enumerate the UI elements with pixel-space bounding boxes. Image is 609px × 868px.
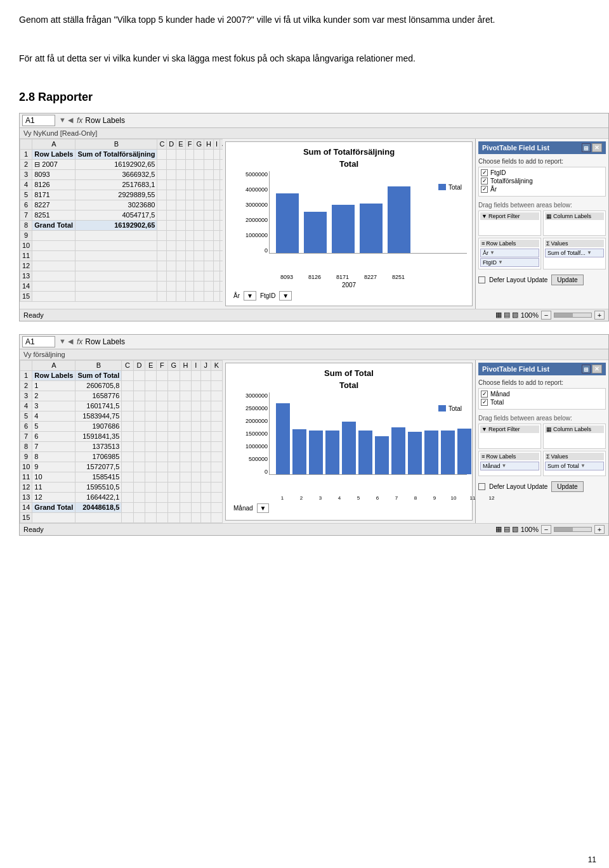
cell-empty[interactable]	[185, 200, 194, 210]
cell-empty[interactable]	[185, 250, 194, 261]
cell-a[interactable]	[32, 230, 75, 240]
cell-empty[interactable]	[204, 230, 213, 240]
cell-empty-2[interactable]	[180, 411, 192, 421]
cell-empty-2[interactable]	[211, 512, 222, 522]
cell-empty-2[interactable]	[200, 401, 211, 411]
cell-b-2[interactable]: 1706985	[75, 451, 122, 462]
cell-a-2[interactable]: 10	[32, 472, 75, 482]
cell-empty-2[interactable]	[167, 431, 180, 441]
zoom-out-btn-2[interactable]: −	[541, 525, 551, 534]
cell-empty-2[interactable]	[157, 411, 167, 421]
cell-empty-2[interactable]	[211, 462, 222, 472]
cell-empty[interactable]	[176, 210, 185, 220]
zoom-slider-1[interactable]	[554, 313, 592, 318]
pivot-icon-1[interactable]: ⊞	[582, 143, 591, 152]
cell-a-2[interactable]: 7	[32, 441, 75, 451]
cell-ref-1[interactable]: A1	[22, 115, 55, 126]
cell-empty[interactable]	[194, 220, 204, 230]
cell-empty-2[interactable]	[200, 421, 211, 431]
cell-empty[interactable]	[194, 291, 204, 301]
cell-empty-2[interactable]	[192, 512, 200, 522]
cell-empty-2[interactable]	[211, 482, 222, 492]
cell-empty[interactable]	[204, 179, 213, 190]
cell-empty[interactable]	[157, 169, 167, 179]
cell-a[interactable]	[32, 281, 75, 291]
cell-a[interactable]: Row Labels	[32, 149, 75, 159]
cell-b[interactable]: 3666932,5	[75, 169, 157, 179]
cell-empty[interactable]	[213, 261, 219, 271]
cell-empty-2[interactable]	[192, 482, 200, 492]
cell-empty-2[interactable]	[167, 391, 180, 401]
cell-empty[interactable]	[167, 149, 176, 159]
pivot-box-column-labels[interactable]: ▦ Column Labels	[543, 211, 606, 236]
cell-empty-2[interactable]	[157, 462, 167, 472]
cell-empty[interactable]	[204, 190, 213, 200]
cell-empty-2[interactable]	[192, 502, 200, 512]
cell-empty-2[interactable]	[145, 380, 157, 391]
pivot-close-btn-1[interactable]: ✕	[592, 143, 602, 152]
update-btn-1[interactable]: Update	[551, 275, 583, 285]
cell-empty[interactable]	[185, 210, 194, 220]
cell-empty-2[interactable]	[157, 380, 167, 391]
cell-b[interactable]	[75, 281, 157, 291]
cell-empty-2[interactable]	[133, 512, 145, 522]
cell-empty-2[interactable]	[211, 380, 222, 391]
cell-empty[interactable]	[204, 200, 213, 210]
cell-empty[interactable]	[194, 159, 204, 169]
cell-a-2[interactable]: 12	[32, 492, 75, 502]
cell-empty[interactable]	[157, 291, 167, 301]
cell-empty-2[interactable]	[180, 451, 192, 462]
cell-empty-2[interactable]	[211, 451, 222, 462]
cell-empty-2[interactable]	[122, 492, 134, 502]
pivot-box-report-filter[interactable]: ▼ Report Filter	[478, 211, 541, 236]
cell-a[interactable]: ⊟ 2007	[32, 159, 75, 169]
pivot-box-column-labels-2[interactable]: ▦ Column Labels	[543, 424, 606, 449]
cell-empty[interactable]	[204, 281, 213, 291]
cell-empty-2[interactable]	[167, 421, 180, 431]
cell-b-2[interactable]: 1601741,5	[75, 401, 122, 411]
cell-b[interactable]: 3023680	[75, 200, 157, 210]
cell-empty-2[interactable]	[180, 462, 192, 472]
pivot-box-values[interactable]: Σ Values Sum of Totalf... ▼	[543, 238, 606, 269]
cell-empty[interactable]	[204, 149, 213, 159]
cell-empty[interactable]	[213, 200, 219, 210]
cell-empty-2[interactable]	[167, 451, 180, 462]
cell-empty[interactable]	[167, 159, 176, 169]
cell-empty[interactable]	[176, 200, 185, 210]
cell-empty-2[interactable]	[133, 391, 145, 401]
cell-empty-2[interactable]	[133, 421, 145, 431]
cell-empty-2[interactable]	[211, 502, 222, 512]
cell-empty-2[interactable]	[180, 512, 192, 522]
cell-empty[interactable]	[176, 190, 185, 200]
cell-empty[interactable]	[185, 159, 194, 169]
cell-empty[interactable]	[167, 190, 176, 200]
cell-a-2[interactable]	[32, 512, 75, 522]
cell-empty[interactable]	[213, 179, 219, 190]
cell-b[interactable]	[75, 250, 157, 261]
cell-empty-2[interactable]	[211, 391, 222, 401]
cell-empty-2[interactable]	[133, 451, 145, 462]
cell-empty[interactable]	[167, 230, 176, 240]
cell-empty-2[interactable]	[122, 391, 134, 401]
cell-empty-2[interactable]	[145, 370, 157, 380]
cell-empty[interactable]	[167, 220, 176, 230]
cell-empty[interactable]	[185, 169, 194, 179]
cell-empty-2[interactable]	[157, 451, 167, 462]
cell-empty[interactable]	[213, 210, 219, 220]
cell-empty[interactable]	[185, 179, 194, 190]
cell-empty-2[interactable]	[133, 462, 145, 472]
cell-a-2[interactable]: Row Labels	[32, 370, 75, 380]
cell-empty-2[interactable]	[167, 482, 180, 492]
cell-empty-2[interactable]	[167, 462, 180, 472]
cell-empty-2[interactable]	[180, 391, 192, 401]
cell-empty-2[interactable]	[211, 401, 222, 411]
cell-empty[interactable]	[157, 281, 167, 291]
cell-empty[interactable]	[167, 250, 176, 261]
pivot-checkbox-total[interactable]: ✓	[481, 399, 488, 406]
cell-ref-2[interactable]: A1	[22, 336, 55, 347]
cell-empty-2[interactable]	[180, 421, 192, 431]
cell-empty-2[interactable]	[211, 472, 222, 482]
cell-a-2[interactable]: 9	[32, 462, 75, 472]
cell-empty-2[interactable]	[133, 401, 145, 411]
cell-empty-2[interactable]	[122, 472, 134, 482]
